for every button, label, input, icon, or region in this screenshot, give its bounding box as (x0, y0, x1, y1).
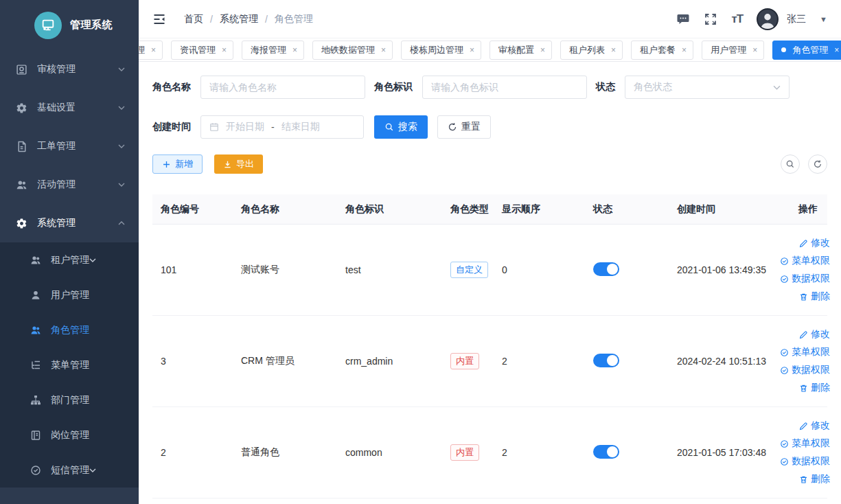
close-icon[interactable]: × (611, 45, 616, 55)
tab-item[interactable]: 审核配置× (489, 41, 552, 60)
close-icon[interactable]: × (470, 45, 474, 55)
menu-permission-label: 菜单权限 (792, 437, 830, 450)
tab-bar: 管理× 资讯管理× 海报管理× 地铁数据管理× 楼栋周边管理× 审核配置× 租户… (139, 38, 841, 62)
status-label: 状态 (596, 81, 615, 93)
column-header-role-key: 角色标识 (337, 203, 442, 216)
delete-link[interactable]: 删除 (799, 473, 830, 485)
fullscreen-icon[interactable] (704, 12, 717, 26)
sidebar-item-post[interactable]: 岗位管理 (0, 417, 139, 453)
status-toggle-on[interactable] (593, 354, 619, 367)
role-key-input[interactable] (422, 76, 587, 99)
date-end-placeholder: 结束日期 (281, 121, 320, 133)
sidebar-item-user[interactable]: 用户管理 (0, 277, 139, 312)
date-range-input[interactable]: 开始日期 - 结束日期 (200, 115, 364, 139)
edit-link[interactable]: 修改 (799, 420, 830, 432)
sidebar-item-label: 租户管理 (51, 254, 89, 266)
sidebar-collapse-icon[interactable] (152, 12, 166, 26)
sidebar-item-basic-settings[interactable]: 基础设置 (0, 89, 139, 127)
sidebar-item-audit[interactable]: 审核管理 (0, 50, 139, 89)
tab-item-active[interactable]: 角色管理× (772, 41, 841, 60)
edit-link[interactable]: 修改 (799, 237, 830, 249)
role-key-label: 角色标识 (374, 81, 413, 93)
app-logo[interactable]: 管理系统 (0, 0, 139, 50)
search-toggle-button[interactable] (781, 154, 800, 174)
user-name[interactable]: 张三 (787, 13, 806, 25)
date-separator: - (271, 122, 275, 133)
cell-created: 2024-02-24 10:51:13 (669, 356, 772, 367)
delete-link-label: 删除 (811, 382, 830, 394)
org-chart-icon (30, 395, 41, 406)
tab-item[interactable]: 地铁数据管理× (312, 41, 393, 60)
edit-link[interactable]: 修改 (799, 328, 830, 341)
breadcrumb-separator: / (265, 14, 268, 25)
data-permission-link[interactable]: 数据权限 (780, 455, 830, 468)
message-icon[interactable] (676, 12, 690, 26)
tab-item[interactable]: 用户管理× (702, 41, 764, 60)
add-button[interactable]: 新增 (152, 154, 203, 174)
sidebar-item-department[interactable]: 部门管理 (0, 382, 139, 417)
chevron-down-icon (118, 144, 125, 148)
sidebar-item-activity[interactable]: 活动管理 (0, 165, 139, 204)
caret-down-icon[interactable]: ▼ (820, 15, 827, 23)
table-row: 101 测试账号 test 自定义 0 2021-01-06 13:49:35 … (152, 225, 827, 316)
menu-permission-link[interactable]: 菜单权限 (780, 437, 830, 450)
search-button[interactable]: 搜索 (374, 115, 428, 139)
column-header-actions: 操作 (772, 203, 827, 216)
column-header-order: 显示顺序 (494, 203, 585, 216)
sidebar-item-menu[interactable]: 菜单管理 (0, 347, 139, 382)
chevron-down-icon (118, 106, 125, 110)
close-icon[interactable]: × (381, 45, 386, 55)
export-button[interactable]: 导出 (214, 154, 263, 174)
tab-item[interactable]: 租户列表× (560, 41, 623, 60)
breadcrumb-home[interactable]: 首页 (184, 13, 203, 25)
breadcrumb-section[interactable]: 系统管理 (220, 13, 258, 25)
role-type-tag: 内置 (450, 353, 479, 370)
delete-link[interactable]: 删除 (799, 382, 830, 394)
sidebar-item-tenant[interactable]: 租户管理 (0, 242, 139, 277)
avatar[interactable] (757, 8, 779, 30)
delete-link[interactable]: 删除 (799, 290, 830, 303)
breadcrumb-separator: / (210, 14, 213, 25)
tab-item[interactable]: 资讯管理× (171, 41, 233, 60)
sidebar-item-system[interactable]: 系统管理 (0, 204, 139, 242)
status-select[interactable]: 角色状态 (625, 76, 790, 99)
cell-role-key: test (337, 264, 442, 275)
tab-item[interactable]: 楼栋周边管理× (401, 41, 481, 60)
tab-item[interactable]: 海报管理× (242, 41, 304, 60)
close-icon[interactable]: × (222, 45, 227, 55)
tab-item[interactable]: 租户套餐× (631, 41, 693, 60)
sidebar-item-sms[interactable]: 短信管理 (0, 453, 139, 488)
edit-link-label: 修改 (811, 237, 830, 249)
cell-role-key: common (337, 447, 442, 458)
close-icon[interactable]: × (682, 45, 687, 55)
sidebar-item-workorder[interactable]: 工单管理 (0, 127, 139, 165)
refresh-table-button[interactable] (808, 154, 827, 174)
status-toggle-on[interactable] (593, 262, 619, 276)
sidebar-item-role[interactable]: 角色管理 (0, 312, 139, 347)
close-icon[interactable]: × (151, 45, 156, 55)
delete-link-label: 删除 (811, 290, 830, 303)
status-toggle-on[interactable] (593, 445, 619, 459)
roles-table: 角色编号 角色名称 角色标识 角色类型 显示顺序 状态 创建时间 操作 101 … (152, 194, 827, 499)
font-size-icon[interactable]: тT (731, 12, 743, 26)
cell-role-type: 内置 (442, 353, 494, 370)
data-permission-link[interactable]: 数据权限 (780, 273, 830, 285)
created-time-label: 创建时间 (152, 121, 191, 133)
role-name-label: 角色名称 (152, 81, 191, 93)
column-header-role-type: 角色类型 (442, 203, 494, 216)
data-permission-link[interactable]: 数据权限 (780, 364, 830, 376)
role-name-input[interactable] (200, 76, 365, 99)
tab-item[interactable]: 管理× (139, 41, 163, 60)
toggle-knob (607, 355, 618, 366)
tab-label: 租户列表 (569, 44, 605, 56)
reset-button[interactable]: 重置 (437, 115, 491, 139)
menu-permission-link[interactable]: 菜单权限 (780, 255, 830, 267)
close-icon[interactable]: × (292, 45, 297, 55)
close-icon[interactable]: × (540, 45, 545, 55)
cell-role-no: 3 (152, 356, 233, 367)
menu-permission-link[interactable]: 菜单权限 (780, 346, 830, 358)
close-icon[interactable]: × (834, 45, 839, 55)
chevron-down-icon (118, 183, 125, 187)
cell-role-name: CRM 管理员 (233, 355, 337, 367)
close-icon[interactable]: × (752, 45, 757, 55)
